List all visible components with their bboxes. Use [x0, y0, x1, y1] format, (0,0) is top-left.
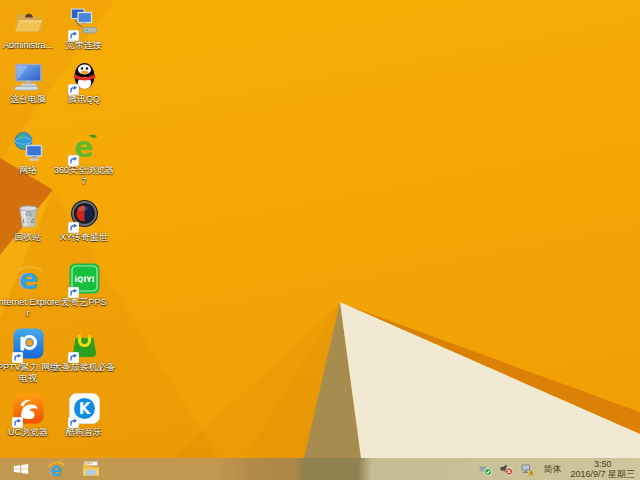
desktop-icon-label: 大番茄装机必备 — [52, 362, 116, 373]
taskbar: e — [0, 458, 640, 480]
internet-explorer-icon: e — [12, 262, 45, 296]
desktop-icon-internet-explorer[interactable]: e Internet Explorer — [0, 262, 60, 318]
start-button[interactable] — [8, 458, 34, 480]
desktop-icon-label: 这台电脑 — [0, 94, 60, 105]
desktop-icon-iqiyi[interactable]: iQIYI 爱奇艺PPS — [52, 262, 116, 308]
shortcut-arrow-icon — [12, 414, 23, 425]
desktop-icon-label: 爱奇艺PPS — [52, 297, 116, 308]
360-browser-icon: e — [68, 130, 101, 164]
shortcut-arrow-icon — [68, 414, 79, 425]
desktop-icon-label: UC浏览器 — [0, 427, 60, 438]
desktop-icon-kugou[interactable]: K 酷狗音乐 — [52, 392, 116, 438]
desktop-icon-pptv[interactable]: PPTV聚力 网络电视 — [0, 327, 60, 383]
desktop-icon-xy-game[interactable]: XY传奇盛世 — [52, 197, 116, 243]
shortcut-arrow-icon — [68, 81, 79, 92]
desktop-icon-360-browser[interactable]: e 360安全浏览器7 — [52, 130, 116, 186]
desktop-icon-qq[interactable]: 腾讯QQ — [52, 59, 116, 105]
file-explorer-icon — [81, 459, 101, 479]
qq-penguin-icon — [68, 59, 101, 93]
desktop-icon-label: 360安全浏览器7 — [52, 165, 116, 186]
desktop-icon-uc-browser[interactable]: UC浏览器 — [0, 392, 60, 438]
clock-date: 2016/9/7 星期三 — [570, 469, 635, 479]
desktop-icon-label: 回收站 — [0, 232, 60, 243]
xy-game-icon — [68, 197, 101, 231]
user-folder-icon — [12, 5, 45, 39]
desktop-icon-broadband[interactable]: 宽带连接 — [52, 5, 116, 51]
shortcut-arrow-icon — [68, 219, 79, 230]
desktop-icon-label: 酷狗音乐 — [52, 427, 116, 438]
volume-muted-icon[interactable] — [499, 462, 513, 476]
desktop-icon-label: PPTV聚力 网络电视 — [0, 362, 60, 383]
usb-safely-remove-icon[interactable] — [478, 462, 492, 476]
taskbar-clock[interactable]: 3:50 2016/9/7 星期三 — [570, 459, 635, 479]
network-warning-icon[interactable] — [520, 462, 534, 476]
clock-time: 3:50 — [570, 459, 635, 469]
taskbar-file-explorer-button[interactable] — [78, 458, 104, 480]
desktop-icon-label: 宽带连接 — [52, 40, 116, 51]
desktop: Administra... 这台电脑 — [0, 0, 640, 480]
svg-text:iQIYI: iQIYI — [74, 275, 94, 284]
desktop-icon-label: Internet Explorer — [0, 297, 60, 318]
uc-browser-icon — [12, 392, 45, 426]
kugou-music-icon: K — [68, 392, 101, 426]
iqiyi-pps-icon: iQIYI — [68, 262, 101, 296]
desktop-icon-administrator[interactable]: Administra... — [0, 5, 60, 51]
windows-logo-icon — [12, 460, 30, 478]
desktop-icon-label: 网络 — [0, 165, 60, 176]
this-pc-icon — [12, 59, 45, 93]
desktop-icon-network[interactable]: 网络 — [0, 130, 60, 176]
desktop-icon-this-pc[interactable]: 这台电脑 — [0, 59, 60, 105]
pptv-icon — [12, 327, 45, 361]
input-language-indicator[interactable]: 简体 — [541, 463, 563, 476]
desktop-icon-datomato[interactable]: 大番茄装机必备 — [52, 327, 116, 373]
desktop-icon-label: 腾讯QQ — [52, 94, 116, 105]
broadband-connection-icon — [68, 5, 101, 39]
shortcut-arrow-icon — [68, 152, 79, 163]
shortcut-arrow-icon — [68, 349, 79, 360]
system-tray: 简体 3:50 2016/9/7 星期三 — [478, 458, 640, 480]
internet-explorer-icon: e — [46, 459, 66, 479]
network-globe-icon — [12, 130, 45, 164]
svg-text:K: K — [78, 400, 91, 418]
shortcut-arrow-icon — [12, 349, 23, 360]
taskbar-internet-explorer-button[interactable]: e — [43, 458, 69, 480]
desktop-icon-recycle-bin[interactable]: 回收站 — [0, 197, 60, 243]
shortcut-arrow-icon — [68, 284, 79, 295]
datomato-bag-icon — [68, 327, 101, 361]
shortcut-arrow-icon — [68, 27, 79, 38]
recycle-bin-icon — [12, 197, 45, 231]
desktop-icon-label: XY传奇盛世 — [52, 232, 116, 243]
desktop-icon-label: Administra... — [0, 40, 60, 51]
